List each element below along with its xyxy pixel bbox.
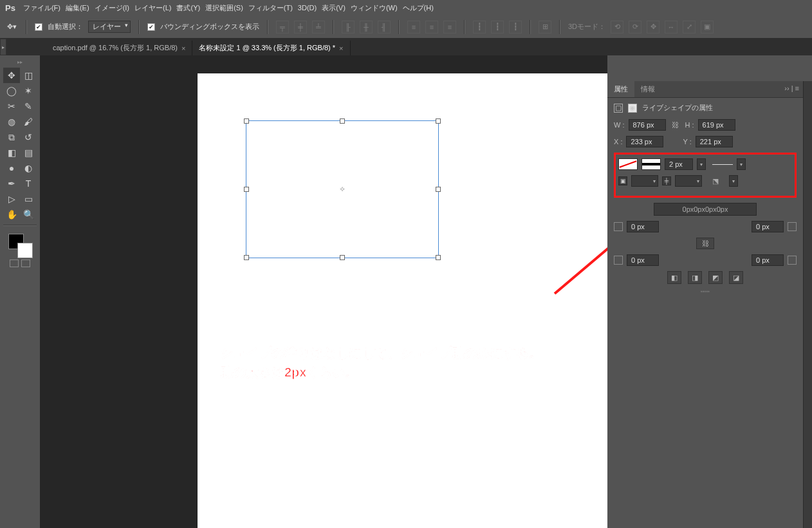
menu-edit[interactable]: 編集(E)	[66, 3, 89, 13]
stroke-corner-icon[interactable]: ⬔	[706, 176, 725, 185]
3d-scale-icon[interactable]: ⤢	[683, 21, 696, 33]
corner-tl-input[interactable]	[627, 221, 659, 232]
auto-align-icon[interactable]: ⊞	[539, 21, 551, 33]
y-input[interactable]	[696, 136, 733, 147]
distribute-h3-icon[interactable]: ┇	[509, 21, 522, 33]
close-icon[interactable]: ×	[339, 44, 343, 52]
magic-wand-tool[interactable]: ✶	[20, 83, 37, 99]
pen-tool[interactable]: ✒	[3, 176, 20, 191]
auto-select-checkbox[interactable]: ✔	[35, 23, 42, 31]
show-bbox-checkbox[interactable]: ✔	[147, 23, 155, 31]
stroke-color-swatch[interactable]	[641, 158, 661, 170]
distribute-v2-icon[interactable]: ≡	[425, 21, 438, 33]
eyedropper-tool[interactable]: ✎	[20, 99, 37, 114]
document-tab-1[interactable]: caption.pdf @ 16.7% (長方形 1, RGB/8) ×	[46, 41, 192, 55]
align-hcenter-icon[interactable]: ╫	[360, 21, 373, 33]
stroke-corner-dropdown[interactable]: ▾	[729, 175, 738, 187]
menu-3d[interactable]: 3D(D)	[298, 4, 317, 12]
quickmask-icon[interactable]	[10, 259, 19, 267]
transform-handle[interactable]	[244, 255, 249, 260]
healing-tool[interactable]: ◍	[3, 114, 20, 129]
stroke-cap-icon[interactable]: ╪	[662, 176, 671, 185]
stroke-align-dropdown[interactable]: ▾	[631, 175, 658, 187]
stroke-width-dropdown[interactable]: ▾	[697, 158, 706, 170]
menu-select[interactable]: 選択範囲(S)	[205, 3, 243, 13]
align-vcenter-icon[interactable]: ╪	[294, 21, 307, 33]
distribute-h2-icon[interactable]: ┇	[491, 21, 504, 33]
color-swatches[interactable]	[7, 232, 33, 258]
background-color-icon[interactable]	[17, 243, 33, 258]
stroke-style-dropdown[interactable]: ▾	[737, 158, 746, 170]
3d-pan-icon[interactable]: ✥	[647, 21, 660, 33]
corner-br-input[interactable]	[752, 254, 784, 266]
move-tool-icon[interactable]: ✥▾	[5, 21, 18, 33]
auto-select-target[interactable]: レイヤー	[88, 21, 131, 33]
stroke-align-icon[interactable]: ▣	[618, 176, 627, 185]
stamp-tool[interactable]: ⧉	[3, 129, 20, 145]
marquee-tool[interactable]: ◫	[20, 68, 37, 83]
width-input[interactable]	[629, 119, 666, 131]
3d-camera-icon[interactable]: ▣	[701, 21, 714, 33]
path-subtract-icon[interactable]: ◨	[688, 271, 702, 284]
height-input[interactable]	[698, 119, 735, 131]
lasso-tool[interactable]: ◯	[3, 83, 20, 99]
zoom-tool[interactable]: 🔍	[20, 207, 37, 222]
rectangle-tool[interactable]: ▭	[20, 191, 37, 207]
panel-scrollbar[interactable]	[803, 81, 812, 528]
transform-handle[interactable]	[436, 187, 441, 192]
stroke-style-preview[interactable]	[712, 164, 733, 165]
align-right-icon[interactable]: ╢	[378, 21, 391, 33]
3d-orbit-icon[interactable]: ⟲	[611, 21, 623, 33]
dodge-tool[interactable]: ◐	[20, 160, 37, 176]
stroke-cap-dropdown[interactable]: ▾	[675, 175, 702, 187]
canvas-workspace[interactable]: ✧ シェイプの塗りはなしにして、シェイプ腺のみにする。 腺の太さは2pxくらい。	[40, 55, 607, 528]
blur-tool[interactable]: ●	[3, 160, 20, 176]
corner-tr-input[interactable]	[752, 221, 784, 232]
menu-image[interactable]: イメージ(I)	[95, 3, 129, 13]
path-select-tool[interactable]: ▷	[3, 191, 20, 207]
distribute-h1-icon[interactable]: ┇	[473, 21, 486, 33]
transform-handle[interactable]	[436, 118, 441, 124]
selected-shape-rect[interactable]: ✧	[246, 120, 439, 258]
menu-filter[interactable]: フィルター(T)	[248, 3, 293, 13]
corner-bl-input[interactable]	[627, 254, 659, 266]
transform-handle[interactable]	[340, 118, 345, 124]
3d-slide-icon[interactable]: ↔	[665, 21, 678, 33]
toolbox-grip[interactable]: ▸▸	[17, 59, 23, 65]
menu-type[interactable]: 書式(Y)	[176, 3, 200, 13]
path-combine-icon[interactable]: ◧	[667, 271, 681, 284]
transform-handle[interactable]	[340, 255, 345, 260]
panel-collapse-icon[interactable]: ›› | ≡	[780, 81, 803, 97]
transform-handle[interactable]	[436, 255, 441, 260]
x-input[interactable]	[626, 136, 663, 147]
gradient-tool[interactable]: ▤	[20, 145, 37, 160]
type-tool[interactable]: T	[20, 176, 37, 191]
path-exclude-icon[interactable]: ◪	[729, 271, 743, 284]
menu-layer[interactable]: レイヤー(L)	[134, 3, 171, 13]
brush-tool[interactable]: 🖌	[20, 114, 37, 129]
distribute-v1-icon[interactable]: ≡	[407, 21, 420, 33]
fill-color-swatch[interactable]	[618, 158, 638, 170]
distribute-v3-icon[interactable]: ≡	[443, 21, 456, 33]
corner-radius-summary[interactable]	[654, 203, 757, 216]
path-intersect-icon[interactable]: ◩	[708, 271, 723, 284]
tab-info[interactable]: 情報	[634, 81, 661, 97]
eraser-tool[interactable]: ◧	[3, 145, 20, 160]
close-icon[interactable]: ×	[181, 44, 185, 52]
stroke-width-input[interactable]	[665, 158, 693, 170]
link-corners-icon[interactable]: ⛓	[696, 238, 714, 249]
3d-roll-icon[interactable]: ⟳	[629, 21, 641, 33]
menu-window[interactable]: ウィンドウ(W)	[351, 3, 398, 13]
menu-help[interactable]: ヘルプ(H)	[403, 3, 434, 13]
transform-handle[interactable]	[244, 118, 249, 124]
history-brush-tool[interactable]: ↺	[20, 129, 37, 145]
transform-handle[interactable]	[244, 187, 249, 192]
menu-file[interactable]: ファイル(F)	[23, 3, 60, 13]
hand-tool[interactable]: ✋	[3, 207, 20, 222]
link-wh-icon[interactable]: ⛓	[670, 120, 681, 129]
screenmode-icon[interactable]	[21, 259, 30, 267]
align-bottom-icon[interactable]: ╧	[312, 21, 325, 33]
align-top-icon[interactable]: ╤	[276, 21, 289, 33]
document-tab-2[interactable]: 名称未設定 1 @ 33.3% (長方形 1, RGB/8) * ×	[192, 41, 350, 55]
tab-properties[interactable]: 属性	[607, 81, 634, 97]
